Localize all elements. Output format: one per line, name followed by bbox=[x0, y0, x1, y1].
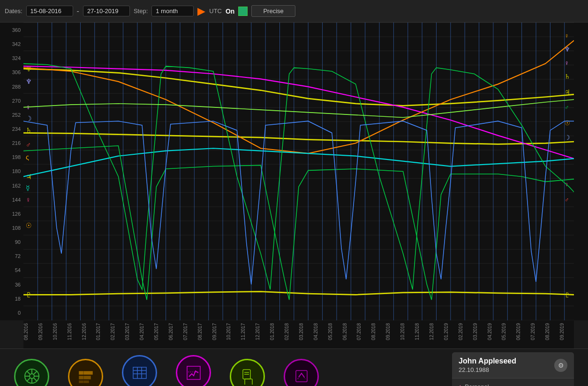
nav-item-ephemeris-table[interactable]: Ephemeris Table bbox=[122, 355, 157, 386]
utc-label: UTC bbox=[209, 8, 222, 15]
svg-text:♂: ♂ bbox=[565, 197, 569, 204]
nav-item-wheel[interactable]: Wheel bbox=[14, 359, 49, 386]
aspects-icon bbox=[77, 368, 94, 385]
svg-rect-107 bbox=[245, 379, 252, 385]
svg-rect-93 bbox=[79, 371, 83, 374]
y-tick: 54 bbox=[15, 267, 21, 273]
right-labels bbox=[574, 23, 588, 320]
personal-row[interactable]: ‹ Personal bbox=[452, 378, 574, 386]
x-tick: 09.2017 bbox=[212, 323, 226, 340]
end-date-input[interactable] bbox=[83, 6, 130, 16]
x-tick: 01.2017 bbox=[96, 323, 110, 340]
chart-circle[interactable] bbox=[284, 359, 319, 386]
svg-rect-94 bbox=[79, 376, 83, 379]
x-tick: 12.2018 bbox=[429, 323, 444, 340]
x-tick: 02.2019 bbox=[458, 323, 473, 340]
precise-button[interactable]: Precise bbox=[251, 5, 295, 17]
x-tick: 07.2019 bbox=[530, 323, 545, 340]
x-tick: 12.2017 bbox=[255, 323, 270, 340]
chart-svg: ♅ ♆ ♀ ☽ ♄ ♂ ς ♃ ☿ ♀ ☉ ♇ ♀ ♆ ♀ bbox=[23, 23, 574, 320]
y-tick: 360 bbox=[12, 27, 21, 33]
x-tick: 04.2019 bbox=[487, 323, 502, 340]
svg-text:♂: ♂ bbox=[26, 141, 31, 149]
user-card-info: John Appleseed 22.10.1988 bbox=[459, 357, 516, 373]
wheel-circle[interactable] bbox=[14, 359, 49, 386]
green-toggle-box[interactable] bbox=[238, 7, 248, 16]
chart-inner: ♅ ♆ ♀ ☽ ♄ ♂ ς ♃ ☿ ♀ ☉ ♇ ♀ ♆ ♀ bbox=[23, 23, 574, 320]
y-tick: 0 bbox=[18, 310, 21, 316]
y-tick: 144 bbox=[12, 197, 21, 203]
nav-item-ephemeris-graph[interactable]: Ephemeris Graph bbox=[176, 355, 211, 386]
x-tick: 02.2018 bbox=[284, 323, 299, 340]
svg-text:♄: ♄ bbox=[565, 73, 570, 81]
dates-label: Dates: bbox=[5, 8, 23, 15]
svg-text:♀: ♀ bbox=[565, 32, 569, 39]
svg-text:ς: ς bbox=[26, 153, 29, 161]
on-label: On bbox=[226, 8, 234, 15]
x-tick: 12.2016 bbox=[82, 323, 96, 340]
x-tick: 08.2018 bbox=[371, 323, 385, 340]
y-tick: 18 bbox=[15, 296, 21, 302]
report-circle[interactable] bbox=[230, 359, 265, 386]
svg-line-91 bbox=[34, 371, 37, 374]
y-tick: 198 bbox=[12, 154, 21, 160]
nav-item-aspects[interactable]: Aspects bbox=[68, 359, 103, 386]
y-tick: 72 bbox=[15, 253, 21, 259]
y-tick: 126 bbox=[12, 211, 21, 217]
x-tick: 05.2018 bbox=[328, 323, 342, 340]
aspects-circle[interactable] bbox=[68, 359, 103, 386]
svg-text:☿: ☿ bbox=[26, 184, 30, 192]
gear-button[interactable]: ⚙ bbox=[554, 359, 567, 372]
x-tick: 05.2019 bbox=[501, 323, 516, 340]
y-tick: 234 bbox=[12, 126, 21, 132]
x-axis: 08.2016 09.2016 10.2016 11.2016 12.2016 … bbox=[23, 320, 574, 348]
y-tick: 180 bbox=[12, 168, 21, 174]
x-tick: 08.2017 bbox=[197, 323, 212, 340]
x-tick: 05.2017 bbox=[154, 323, 168, 340]
x-tick: 11.2016 bbox=[67, 323, 82, 340]
svg-rect-110 bbox=[296, 371, 307, 382]
y-tick: 36 bbox=[15, 282, 21, 288]
svg-text:♆: ♆ bbox=[26, 78, 31, 86]
x-tick: 03.2019 bbox=[473, 323, 487, 340]
chart-area: 360 342 324 306 288 270 252 234 216 198 … bbox=[0, 23, 588, 320]
x-tick: 03.2017 bbox=[125, 323, 139, 340]
ephemeris-graph-circle[interactable] bbox=[176, 355, 211, 386]
personal-label: Personal bbox=[465, 383, 489, 386]
y-tick: 306 bbox=[12, 69, 21, 75]
x-tick: 10.2018 bbox=[400, 323, 415, 340]
x-tick: 09.2018 bbox=[385, 323, 400, 340]
x-tick: 09.2019 bbox=[559, 323, 574, 340]
chart-icon bbox=[293, 368, 310, 385]
x-tick: 03.2018 bbox=[299, 323, 313, 340]
start-date-input[interactable] bbox=[26, 6, 73, 16]
y-tick: 324 bbox=[12, 55, 21, 61]
step-input[interactable] bbox=[151, 6, 194, 16]
y-tick: 270 bbox=[12, 98, 21, 104]
play-button[interactable]: ▶ bbox=[197, 6, 205, 16]
x-tick: 02.2017 bbox=[110, 323, 125, 340]
x-tick: 10.2017 bbox=[226, 323, 241, 340]
x-tick: 09.2016 bbox=[38, 323, 53, 340]
svg-text:♃: ♃ bbox=[26, 173, 31, 181]
y-tick: 90 bbox=[15, 239, 21, 245]
svg-line-92 bbox=[27, 378, 30, 381]
x-tick: 01.2019 bbox=[444, 323, 458, 340]
ephemeris-table-circle[interactable] bbox=[122, 355, 157, 386]
nav-item-report[interactable]: Report bbox=[230, 359, 265, 386]
svg-text:☉: ☉ bbox=[26, 221, 31, 229]
y-axis: 360 342 324 306 288 270 252 234 216 198 … bbox=[0, 23, 23, 320]
x-tick: 06.2019 bbox=[516, 323, 530, 340]
svg-rect-97 bbox=[84, 376, 90, 379]
user-card-name: John Appleseed bbox=[459, 357, 516, 365]
nav-item-chart[interactable]: Chart bbox=[284, 359, 319, 386]
x-tick: 11.2018 bbox=[415, 323, 429, 340]
user-card: John Appleseed 22.10.1988 ⚙ ‹ Personal ‹… bbox=[452, 352, 574, 386]
x-tick: 08.2016 bbox=[23, 323, 38, 340]
step-label: Step: bbox=[134, 8, 148, 15]
x-tick: 06.2017 bbox=[168, 323, 183, 340]
user-card-header: John Appleseed 22.10.1988 ⚙ bbox=[452, 352, 574, 378]
y-tick: 216 bbox=[12, 140, 21, 146]
svg-text:♀: ♀ bbox=[26, 196, 31, 204]
svg-text:♀: ♀ bbox=[565, 59, 569, 67]
